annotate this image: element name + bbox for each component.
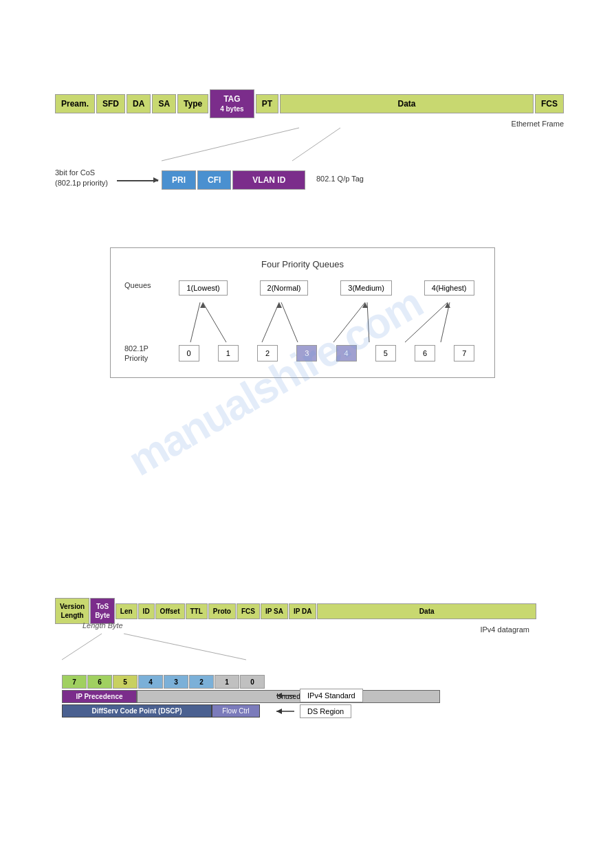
ipv4-standard-box: IPv4 Standard: [300, 689, 363, 702]
ipv4-fcs-cell: FCS: [237, 603, 260, 619]
ipv4-proto-cell: Proto: [208, 603, 236, 619]
priority-label: 802.1PPriority: [124, 344, 173, 364]
svg-line-13: [441, 302, 450, 342]
tos-bit-5: 5: [113, 675, 138, 689]
svg-line-5: [262, 302, 279, 342]
svg-line-14: [62, 634, 102, 660]
pq-diagram: Queues 1(Lowest) 2(Normal) 3(Medium) 4(H…: [124, 280, 481, 364]
tos-bits-row: 7 6 5 4 3 2 1 0: [62, 675, 440, 689]
eth-type-cell: Type: [177, 94, 208, 113]
arrow-left-icon: [275, 689, 296, 702]
frame-annotation: 3bit for CoS(802.1p priority) PRI CFI VL…: [55, 168, 564, 216]
ipv4-standard-annotation: IPv4 Standard: [275, 689, 363, 702]
eth-frame-label: Ethernet Frame: [55, 120, 564, 128]
priority-2-box: 2: [257, 345, 278, 361]
tos-bit-6: 6: [87, 675, 112, 689]
bit-label: 3bit for CoS(802.1p priority): [55, 168, 108, 189]
ipv4-frame-label: IPv4 datagram: [55, 625, 529, 634]
tag-breakdown: PRI CFI VLAN ID: [162, 170, 305, 190]
tos-bit-7: 7: [62, 675, 87, 689]
ipv4-ver-cell: VersionLength: [55, 598, 89, 624]
ipv4-id-cell: ID: [138, 603, 155, 619]
pq-arrows-svg: [173, 296, 509, 344]
ds-region-annotation: DS Region: [275, 704, 351, 718]
eth-pt-cell: PT: [256, 94, 278, 113]
ip-precedence-label: IP Precedence: [62, 690, 137, 703]
queue-3-box: 3(Medium): [340, 280, 392, 296]
priority-0-box: 0: [179, 345, 199, 361]
svg-line-11: [405, 302, 448, 342]
eth-sfd-cell: SFD: [96, 94, 125, 113]
svg-marker-17: [276, 693, 282, 698]
tos-funnel-svg: [55, 634, 536, 661]
ipv4-offset-cell: Offset: [155, 603, 185, 619]
svg-line-1: [292, 128, 340, 161]
arrow-left-2-icon: [275, 705, 296, 717]
ipv4-ipsa-cell: IP SA: [261, 603, 288, 619]
tos-fields-row: IP Precedence Unused IPv4 Standard: [62, 690, 440, 703]
dscp-label: DiffServ Code Point (DSCP): [62, 704, 212, 717]
ipv4-section: VersionLength ToSByte Len ID Offset TTL …: [55, 598, 536, 717]
tos-bit-0: 0: [240, 675, 265, 689]
eth-fcs-cell: FCS: [535, 94, 564, 113]
ipv4-tos-cell: ToSByte: [90, 598, 115, 624]
tag-cfi-cell: CFI: [197, 170, 231, 190]
priority-1-box: 1: [218, 345, 239, 361]
funnel-svg: [55, 128, 564, 162]
flow-ctrl-label: Flow Ctrl: [212, 704, 260, 717]
svg-marker-6: [276, 302, 282, 308]
svg-line-3: [203, 302, 226, 342]
ipv4-ttl-cell: TTL: [186, 603, 208, 619]
svg-line-15: [124, 634, 246, 660]
eth-tag-cell: TAG4 bytes: [210, 89, 254, 118]
bit-arrow: [117, 180, 158, 181]
priority-7-box: 7: [454, 345, 474, 361]
priority-queues-section: Four Priority Queues Queues 1(Lowest) 2(…: [110, 247, 495, 378]
ds-region-box: DS Region: [300, 704, 351, 718]
svg-line-2: [190, 302, 200, 342]
eth-pream-cell: Pream.: [55, 94, 95, 113]
queue-1-box: 1(Lowest): [179, 280, 227, 296]
tos-dscp-row: DiffServ Code Point (DSCP) Flow Ctrl DS …: [62, 704, 440, 717]
queue-2-box: 2(Normal): [260, 280, 309, 296]
tag-pri-cell: PRI: [162, 170, 196, 190]
priority-4-box: 4: [336, 345, 357, 361]
length-byte-label: Length Byte: [83, 621, 123, 630]
ipv4-len-cell: Len: [116, 603, 138, 619]
tag-label: 802.1 Q/p Tag: [316, 175, 364, 183]
priority-5-box: 5: [375, 345, 396, 361]
priority-3-box: 3: [296, 345, 317, 361]
eth-da-cell: DA: [127, 94, 151, 113]
svg-line-7: [281, 302, 298, 342]
tos-bit-3: 3: [164, 675, 188, 689]
ipv4-frame-row: VersionLength ToSByte Len ID Offset TTL …: [55, 598, 536, 624]
queues-label: Queues: [124, 280, 173, 290]
tos-bit-1: 1: [215, 675, 239, 689]
tos-bit-2: 2: [189, 675, 214, 689]
svg-line-8: [333, 302, 365, 342]
ethernet-frame-row: Pream. SFD DA SA Type TAG4 bytes PT Data…: [55, 89, 564, 118]
svg-marker-19: [276, 709, 282, 714]
eth-data-cell: Data: [280, 94, 534, 113]
queue-4-box: 4(Highest): [424, 280, 474, 296]
ipv4-ipda-cell: IP DA: [289, 603, 317, 619]
tag-vlan-cell: VLAN ID: [232, 170, 305, 190]
pq-title: Four Priority Queues: [124, 259, 481, 269]
eth-sa-cell: SA: [152, 94, 176, 113]
ethernet-frame-section: Pream. SFD DA SA Type TAG4 bytes PT Data…: [55, 89, 564, 216]
tos-breakdown-section: 7 6 5 4 3 2 1 0 IP Precedence Unused IPv…: [55, 675, 440, 717]
priority-6-box: 6: [415, 345, 435, 361]
ipv4-data-cell: Data: [317, 603, 536, 619]
svg-line-10: [367, 302, 369, 342]
tos-bit-4: 4: [138, 675, 163, 689]
svg-line-0: [162, 128, 299, 161]
